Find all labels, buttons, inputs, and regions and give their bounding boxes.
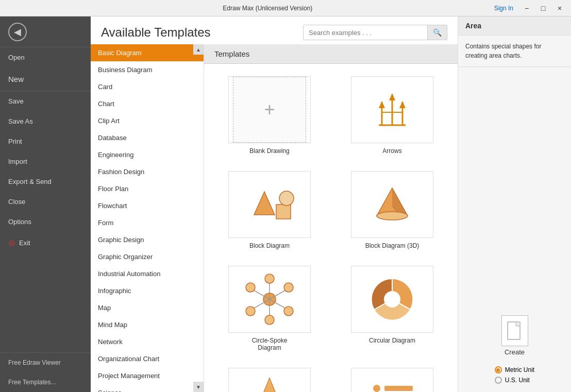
search-box[interactable]: 🔍 [303, 25, 447, 40]
back-button[interactable]: ◀ [0, 16, 91, 47]
category-item-graphic-design[interactable]: Graphic Design [91, 231, 204, 248]
template-label-blank: Blank Drawing [249, 147, 289, 155]
template-item-block-diagram-3d[interactable]: Block Diagram (3D) [335, 167, 449, 253]
svg-point-22 [265, 315, 274, 325]
category-item-flowchart[interactable]: Flowchart [91, 197, 204, 214]
template-label-block: Block Diagram [249, 242, 290, 249]
svg-point-23 [246, 306, 255, 316]
svg-point-11 [377, 212, 408, 220]
category-item-industrial-automation[interactable]: Industrial Automation [91, 265, 204, 282]
unit-us[interactable]: U.S. Unit [495, 377, 534, 384]
category-item-business-diagram[interactable]: Business Diagram [91, 61, 204, 78]
template-item-arrows[interactable]: Arrows [335, 72, 449, 159]
sidebar-item-new[interactable]: New [0, 67, 91, 91]
category-scroll-up[interactable]: ▲ [193, 44, 204, 55]
templates-grid: + Blank Drawing [212, 72, 449, 392]
title-bar: Edraw Max (Unlicensed Version) Sign In −… [0, 0, 571, 16]
template-item-circular-diagram[interactable]: Circular Diagram [335, 262, 449, 355]
close-button[interactable]: × [552, 1, 567, 15]
unit-us-label: U.S. Unit [505, 377, 530, 384]
search-input[interactable] [304, 26, 427, 40]
create-button-label: Create [505, 348, 525, 356]
category-item-clip-art[interactable]: Clip Art [91, 112, 204, 129]
category-item-org-chart[interactable]: Organizational Chart [91, 350, 204, 367]
svg-marker-27 [245, 378, 294, 392]
templates-header: Templates [204, 44, 458, 64]
sidebar-item-free-templates[interactable]: Free Templates... [0, 372, 91, 392]
sidebar-item-free-viewer[interactable]: Free Edraw Viewer [0, 353, 91, 372]
template-thumb-block3d [351, 171, 433, 238]
sidebar-item-options[interactable]: Options [0, 212, 91, 232]
category-item-database[interactable]: Database [91, 129, 204, 146]
create-button-icon [501, 315, 528, 346]
sidebar-item-print[interactable]: Print [0, 131, 91, 151]
category-item-engineering[interactable]: Engineering [91, 146, 204, 163]
template-thumb-arrows [351, 76, 433, 143]
category-item-chart[interactable]: Chart [91, 95, 204, 112]
category-item-graphic-organizer[interactable]: Graphic Organizer [91, 248, 204, 265]
plus-icon: + [264, 99, 275, 121]
template-item-circle-spoke[interactable]: Circle-Spoke Diagram [212, 262, 327, 355]
template-item-blank-drawing[interactable]: + Blank Drawing [212, 72, 327, 159]
title-bar-title: Edraw Max (Unlicensed Version) [45, 5, 490, 12]
center-panel: Available Templates 🔍 ▲ Basic Diagram Bu… [91, 16, 458, 392]
sidebar-item-close[interactable]: Close [0, 192, 91, 212]
main-content: ◀ Open New Save Save As Print Import Exp… [0, 16, 571, 392]
template-item-list-diagram[interactable]: List Diagram [335, 364, 449, 392]
sidebar-item-open[interactable]: Open [0, 47, 91, 67]
circular-svg [361, 271, 423, 328]
category-item-card[interactable]: Card [91, 78, 204, 95]
svg-point-21 [284, 306, 293, 316]
category-item-fashion-design[interactable]: Fashion Design [91, 163, 204, 180]
category-item-form[interactable]: Form [91, 214, 204, 231]
block-svg [241, 179, 298, 230]
available-templates-header: Available Templates 🔍 [91, 16, 458, 44]
maximize-button[interactable]: □ [536, 1, 550, 15]
sidebar-item-save-as[interactable]: Save As [0, 111, 91, 131]
sidebar-item-exit[interactable]: ⊖ Exit [0, 232, 91, 254]
category-item-map[interactable]: Map [91, 299, 204, 316]
exit-icon: ⊖ [8, 238, 15, 248]
svg-point-25 [384, 291, 400, 308]
sidebar-item-save[interactable]: Save [0, 91, 91, 111]
search-button[interactable]: 🔍 [427, 25, 447, 40]
create-button[interactable]: Create [497, 311, 532, 360]
category-item-mind-map[interactable]: Mind Map [91, 316, 204, 333]
create-section: Create Metric Unit U.S. Unit [458, 303, 571, 392]
content-area: ▲ Basic Diagram Business Diagram Card Ch… [91, 44, 458, 392]
template-thumb-list [351, 368, 433, 392]
svg-point-24 [246, 283, 255, 292]
template-thumb-star [228, 368, 311, 392]
category-item-basic-diagram[interactable]: Basic Diagram [91, 44, 204, 61]
svg-rect-7 [276, 204, 291, 219]
right-panel-title: Area [458, 16, 571, 36]
template-label-circlespoke: Circle-Spoke Diagram [252, 337, 288, 351]
available-templates-title: Available Templates [101, 25, 211, 40]
template-thumb-circlespoke [228, 266, 311, 333]
right-panel-description: Contains special shapes for creating are… [458, 36, 571, 67]
svg-point-8 [279, 191, 294, 206]
unit-metric[interactable]: Metric Unit [495, 366, 534, 373]
right-panel-spacer [458, 67, 571, 303]
category-item-network[interactable]: Network [91, 333, 204, 350]
svg-marker-6 [254, 192, 275, 215]
template-label-arrows: Arrows [382, 147, 401, 155]
template-label-block3d: Block Diagram (3D) [365, 242, 419, 249]
svg-point-19 [265, 274, 274, 283]
sidebar-item-export-send[interactable]: Export & Send [0, 172, 91, 192]
category-item-project-mgmt[interactable]: Project Management [91, 367, 204, 384]
arrows-svg [366, 84, 418, 135]
sign-in-link[interactable]: Sign In [490, 3, 517, 14]
template-item-star[interactable]: Star [212, 364, 327, 392]
list-svg [364, 376, 421, 392]
category-scroll-down[interactable]: ▼ [193, 382, 204, 392]
category-item-floor-plan[interactable]: Floor Plan [91, 180, 204, 197]
minimize-button[interactable]: − [519, 1, 534, 15]
template-item-block-diagram[interactable]: Block Diagram [212, 167, 327, 253]
category-item-science[interactable]: Science [91, 384, 204, 392]
category-item-infographic[interactable]: Infographic [91, 282, 204, 299]
radio-metric-inner [496, 368, 500, 372]
svg-rect-29 [384, 386, 413, 391]
radio-metric-outer [495, 366, 502, 373]
sidebar-item-import[interactable]: Import [0, 151, 91, 172]
